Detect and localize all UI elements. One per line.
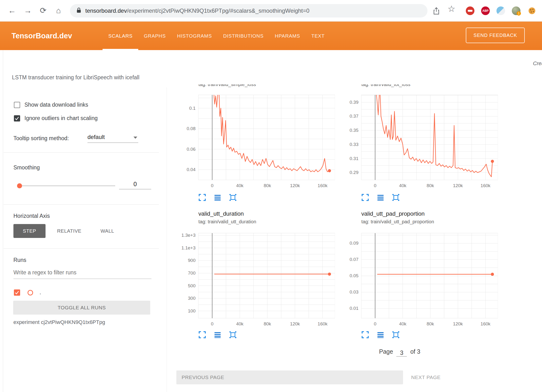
- line-chart[interactable]: 1003005007009001.1e+31.3e+3040k80k120k16…: [182, 226, 335, 329]
- tab-hparams[interactable]: HPARAMS: [275, 22, 300, 50]
- svg-text:120k: 120k: [290, 183, 300, 188]
- divider: [4, 152, 159, 153]
- svg-text:0.39: 0.39: [350, 100, 358, 105]
- fit-domain-icon[interactable]: [392, 194, 400, 201]
- svg-text:40k: 40k: [399, 321, 406, 326]
- svg-text:0: 0: [374, 183, 376, 188]
- fullscreen-icon[interactable]: [198, 331, 206, 339]
- ignore-outliers-checkbox[interactable]: [14, 115, 20, 121]
- lock-icon: [76, 7, 81, 14]
- svg-text:0.09: 0.09: [350, 241, 358, 246]
- avatar-badge: 1: [517, 11, 521, 16]
- svg-text:120k: 120k: [453, 183, 463, 188]
- svg-text:0.04: 0.04: [187, 167, 196, 172]
- run-name: .: [40, 289, 41, 296]
- log-scale-icon[interactable]: [214, 331, 221, 339]
- adblock-extension-icon[interactable]: [466, 6, 474, 15]
- svg-text:120k: 120k: [290, 321, 300, 326]
- run-checkbox[interactable]: [14, 289, 20, 296]
- svg-text:40k: 40k: [399, 183, 406, 188]
- smoothing-label: Smoothing: [13, 164, 40, 171]
- show-download-links-checkbox[interactable]: [14, 102, 20, 108]
- svg-text:0.31: 0.31: [350, 156, 358, 161]
- line-chart[interactable]: 0.290.310.330.350.370.39040k80k120k160k: [345, 88, 498, 191]
- svg-text:40k: 40k: [236, 183, 243, 188]
- svg-text:900: 900: [188, 258, 196, 263]
- back-icon[interactable]: ←: [5, 0, 19, 22]
- axis-step-button[interactable]: STEP: [13, 224, 46, 238]
- svg-text:0.29: 0.29: [350, 170, 358, 175]
- smoothing-slider-thumb[interactable]: [17, 183, 22, 188]
- svg-text:80k: 80k: [427, 183, 434, 188]
- chart-tag-clipped: tag: train/valid_simple_loss: [182, 84, 335, 88]
- chart-title: valid_utt_pad_proportion: [361, 210, 498, 217]
- pagination: Page of 3: [379, 348, 420, 355]
- tab-text[interactable]: TEXT: [311, 22, 325, 50]
- app-header: TensorBoard.dev SCALARS GRAPHS HISTOGRAM…: [0, 22, 542, 50]
- fit-domain-icon[interactable]: [392, 331, 400, 339]
- extension-icon[interactable]: [496, 6, 505, 15]
- axis-relative-button[interactable]: RELATIVE: [50, 224, 88, 238]
- chart-toolbar: [361, 331, 498, 339]
- page-label: Page: [379, 348, 393, 355]
- chart-toolbar: [361, 194, 498, 201]
- settings-sidebar: Show data download links Ignore outliers…: [3, 87, 167, 392]
- previous-page-button[interactable]: PREVIOUS PAGE: [176, 370, 403, 384]
- tab-graphs[interactable]: GRAPHS: [144, 22, 166, 50]
- divider: [4, 248, 159, 249]
- browser-chrome: ← → ⟳ ⌂ tensorboard.dev/experiment/cj2vt…: [0, 0, 542, 22]
- main-nav: SCALARS GRAPHS HISTOGRAMS DISTRIBUTIONS …: [108, 22, 325, 50]
- reload-icon[interactable]: ⟳: [36, 0, 50, 22]
- svg-text:40k: 40k: [236, 321, 243, 326]
- fullscreen-icon[interactable]: [361, 194, 369, 201]
- tab-histograms[interactable]: HISTOGRAMS: [177, 22, 212, 50]
- experiment-id-label: experiment cj2vtPiwQHKN9Q1tx6PTpg: [13, 319, 105, 325]
- smoothing-slider-track[interactable]: [19, 185, 115, 186]
- fit-domain-icon[interactable]: [229, 194, 237, 201]
- log-scale-icon[interactable]: [377, 194, 384, 201]
- axis-wall-button[interactable]: WALL: [94, 224, 121, 238]
- smoothing-value-input[interactable]: [119, 179, 151, 189]
- abp-extension-icon[interactable]: ABP: [481, 6, 490, 15]
- tooltip-sort-label: Tooltip sorting method:: [13, 135, 69, 142]
- line-chart[interactable]: 0.040.060.080.1040k80k120k160k: [182, 88, 335, 191]
- forward-icon[interactable]: →: [21, 0, 35, 22]
- line-chart[interactable]: 0.010.030.050.070.09040k80k120k160k: [345, 226, 498, 329]
- tooltip-sort-dropdown[interactable]: default: [87, 133, 138, 143]
- toggle-all-runs-button[interactable]: TOGGLE ALL RUNS: [13, 301, 150, 315]
- svg-text:0: 0: [374, 321, 376, 326]
- runs-filter-input[interactable]: [13, 266, 151, 279]
- fullscreen-icon[interactable]: [198, 194, 206, 201]
- log-scale-icon[interactable]: [214, 194, 221, 201]
- chart-card: valid_utt_pad_proportion tag: train/vali…: [345, 210, 498, 339]
- profile-avatar[interactable]: 1: [512, 6, 520, 15]
- svg-text:0: 0: [211, 183, 213, 188]
- app-logo: TensorBoard.dev: [12, 22, 72, 50]
- tab-distributions[interactable]: DISTRIBUTIONS: [223, 22, 264, 50]
- fullscreen-icon[interactable]: [361, 331, 369, 339]
- screen: ← → ⟳ ⌂ tensorboard.dev/experiment/cj2vt…: [0, 0, 542, 392]
- share-icon[interactable]: [433, 7, 440, 16]
- tab-scalars[interactable]: SCALARS: [108, 22, 133, 50]
- send-feedback-button[interactable]: SEND FEEDBACK: [466, 28, 525, 43]
- home-icon[interactable]: ⌂: [52, 0, 65, 22]
- svg-text:80k: 80k: [264, 183, 271, 188]
- svg-text:0.03: 0.03: [350, 289, 358, 294]
- svg-text:0.08: 0.08: [187, 126, 196, 131]
- chart-toolbar: [198, 194, 335, 201]
- svg-text:0.33: 0.33: [350, 142, 358, 147]
- chart-title: valid_utt_duration: [198, 210, 335, 217]
- log-scale-icon[interactable]: [377, 331, 384, 339]
- fit-domain-icon[interactable]: [229, 331, 237, 339]
- chart-tag: tag: train/valid_utt_pad_proportion: [361, 219, 498, 225]
- cookie-icon[interactable]: [528, 7, 536, 16]
- page-number-input[interactable]: [396, 349, 407, 357]
- svg-text:160k: 160k: [481, 321, 491, 326]
- svg-text:0.37: 0.37: [350, 114, 358, 119]
- run-color-swatch: [28, 290, 33, 295]
- bookmark-star-icon[interactable]: ☆: [448, 4, 455, 14]
- address-bar[interactable]: tensorboard.dev/experiment/cj2vtPiwQHKN9…: [70, 4, 427, 17]
- svg-text:0.1: 0.1: [189, 106, 196, 111]
- svg-text:120k: 120k: [453, 321, 463, 326]
- next-page-button[interactable]: NEXT PAGE: [411, 370, 441, 384]
